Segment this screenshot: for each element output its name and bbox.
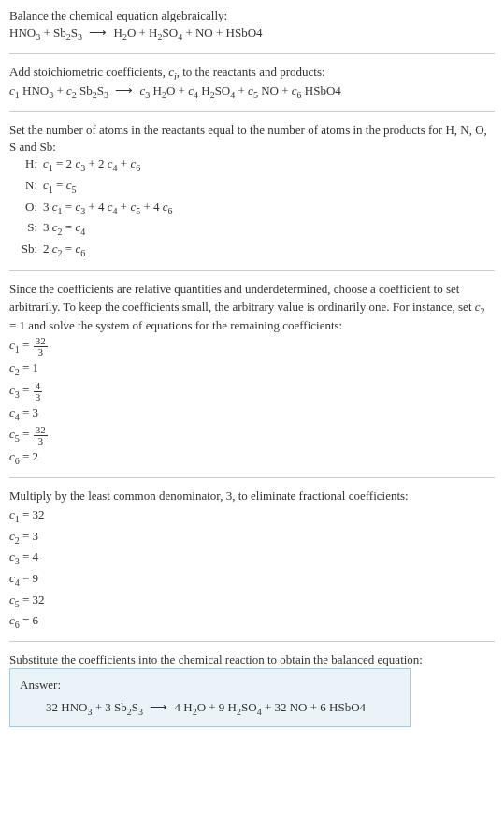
text: + 4 <box>140 199 163 213</box>
equation-cell: 3 c1 = c3 + 4 c4 + c5 + 4 c6 <box>43 198 179 220</box>
fraction: 323 <box>34 336 48 358</box>
answer-box: Answer: 32 HNO3 + 3 Sb2S3 ⟶ 4 H2O + 9 H2… <box>9 668 411 727</box>
text: + 4 <box>85 199 108 213</box>
list-item: c3 = 4 <box>9 548 495 568</box>
species: HSbO4 <box>329 700 366 714</box>
list-item: c1 = 32 <box>9 506 495 526</box>
table-row: O: 3 c1 = c3 + 4 c4 + c5 + 4 c6 <box>13 198 179 220</box>
list-item: c5 = 32 <box>9 592 495 611</box>
divider <box>9 53 495 54</box>
text: = 2 <box>20 449 38 463</box>
plus: + <box>92 700 105 714</box>
species: O <box>127 25 136 39</box>
species: HNO <box>61 700 87 714</box>
element-label: O: <box>13 198 43 220</box>
species: HSbO4 <box>302 83 341 97</box>
plus: + <box>213 25 226 39</box>
species: S <box>132 700 138 714</box>
text: = <box>63 220 76 234</box>
text: , to the reactants and products: <box>177 65 325 79</box>
answer-label: Answer: <box>20 677 401 694</box>
equation-cell: 3 c2 = c4 <box>43 219 179 241</box>
arrow-icon: ⟶ <box>89 24 107 41</box>
solve-list: c1 = 323 c2 = 1 c3 = 43 c4 = 3 c5 = 323 … <box>9 336 495 468</box>
species: HNO <box>20 83 49 97</box>
text: = <box>20 339 33 353</box>
mult-section: Multiply by the least common denominator… <box>9 488 495 632</box>
plus: + <box>235 83 248 97</box>
plus: + <box>182 25 195 39</box>
list-item: c4 = 3 <box>9 404 495 424</box>
coeff: 9 <box>219 700 228 714</box>
text: = <box>20 383 33 397</box>
text: = 9 <box>20 571 38 585</box>
list-item: c3 = 43 <box>9 381 495 402</box>
species: Sb <box>53 25 66 39</box>
species: H <box>228 700 237 714</box>
arrow-icon: ⟶ <box>150 699 167 716</box>
equation-cell: c1 = c5 <box>43 177 179 198</box>
mult-list: c1 = 32 c2 = 3 c3 = 4 c4 = 9 c5 = 32 c6 … <box>9 506 495 632</box>
text: = 32 <box>20 507 45 521</box>
stoich-section: Add stoichiometric coefficients, ci, to … <box>9 64 495 102</box>
text: = 1 <box>9 318 25 332</box>
list-item: c4 = 9 <box>9 570 495 590</box>
table-row: N: c1 = c5 <box>13 177 179 198</box>
species: HSbO4 <box>226 25 263 39</box>
coeff: 32 <box>274 700 289 714</box>
species: Sb <box>77 83 93 97</box>
element-label: Sb: <box>13 241 43 262</box>
text: = 4 <box>20 549 38 563</box>
denominator: 3 <box>34 436 48 446</box>
species: H <box>183 700 192 714</box>
text: + <box>118 199 131 213</box>
species: NO <box>195 25 213 39</box>
plus: + <box>53 83 66 97</box>
species: H <box>150 83 162 97</box>
text: = <box>63 241 76 256</box>
divider <box>9 641 495 642</box>
species: NO <box>290 700 308 714</box>
table-row: Sb: 2 c2 = c6 <box>13 241 179 262</box>
plus: + <box>175 83 188 97</box>
coeff: 32 <box>46 700 61 714</box>
denominator: 3 <box>34 392 43 402</box>
fraction: 323 <box>34 425 48 446</box>
divider <box>9 111 495 112</box>
species: HNO <box>9 25 36 39</box>
species: O <box>197 700 206 714</box>
species: SO <box>163 25 179 39</box>
text: = <box>53 178 66 192</box>
arrow-icon: ⟶ <box>115 82 133 99</box>
text: = 1 <box>20 360 38 374</box>
divider <box>9 477 495 478</box>
species: H <box>198 83 210 97</box>
atoms-intro: Set the number of atoms in the reactants… <box>9 122 495 155</box>
text: = 6 <box>20 613 38 627</box>
text: 3 <box>43 199 52 213</box>
text: Since the coefficients are relative quan… <box>9 282 475 313</box>
subscript: 3 <box>104 90 108 100</box>
subscript: 6 <box>136 163 140 173</box>
coeff: 6 <box>320 700 329 714</box>
fraction: 43 <box>34 381 43 402</box>
text: = 32 <box>20 592 45 606</box>
balanced-equation: 32 HNO3 + 3 Sb2S3 ⟶ 4 H2O + 9 H2SO4 + 32… <box>20 699 401 719</box>
element-label: N: <box>13 177 43 198</box>
divider <box>9 270 495 271</box>
text: = 2 <box>53 156 76 170</box>
stoich-text: Add stoichiometric coefficients, ci, to … <box>9 64 495 83</box>
solve-intro: Since the coefficients are relative quan… <box>9 281 495 334</box>
subscript: 3 <box>78 32 82 42</box>
equation-cell: c1 = 2 c3 + 2 c4 + c6 <box>43 155 179 177</box>
element-label: H: <box>13 155 43 177</box>
species: SO <box>241 700 257 714</box>
atoms-section: Set the number of atoms in the reactants… <box>9 122 495 261</box>
text: = <box>20 428 33 442</box>
list-item: c2 = 1 <box>9 359 495 379</box>
species: NO <box>258 83 279 97</box>
intro-text: Balance the chemical equation algebraica… <box>9 7 495 24</box>
text: + 2 <box>85 156 108 170</box>
plus: + <box>308 700 321 714</box>
text: = 3 <box>20 405 38 419</box>
